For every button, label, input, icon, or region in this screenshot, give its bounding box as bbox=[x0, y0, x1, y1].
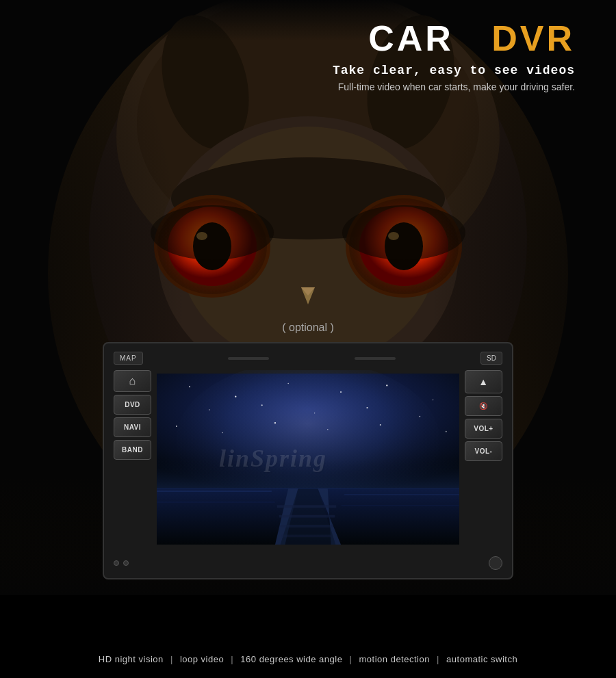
vol-minus-button[interactable]: VOL- bbox=[465, 441, 502, 461]
navi-button[interactable]: NAVI bbox=[114, 417, 151, 437]
svg-point-36 bbox=[189, 386, 190, 387]
eject-button[interactable]: ▲ bbox=[465, 370, 502, 393]
svg-rect-59 bbox=[277, 505, 336, 508]
sep-2: | bbox=[231, 654, 233, 664]
device-body: ⌂ DVD NAVI BAND bbox=[114, 370, 502, 551]
svg-rect-60 bbox=[279, 515, 335, 518]
svg-point-43 bbox=[261, 404, 263, 406]
sep-1: | bbox=[170, 654, 173, 664]
mute-button[interactable]: 🔇 bbox=[465, 396, 502, 416]
feature-hd: HD night vision bbox=[99, 654, 164, 664]
sep-3: | bbox=[350, 654, 352, 664]
svg-point-42 bbox=[209, 409, 210, 410]
feature-angle: 160 degrees wide angle bbox=[240, 654, 342, 664]
svg-rect-61 bbox=[281, 525, 333, 527]
feature-motion: motion detection bbox=[359, 654, 430, 664]
svg-point-46 bbox=[419, 416, 420, 417]
device-screen: linSpring bbox=[157, 370, 459, 551]
svg-point-41 bbox=[433, 400, 434, 401]
svg-point-49 bbox=[274, 422, 276, 423]
title-car: CAR bbox=[368, 18, 454, 58]
svg-rect-64 bbox=[344, 494, 459, 495]
vol-plus-button[interactable]: VOL+ bbox=[465, 419, 502, 439]
svg-point-47 bbox=[176, 426, 177, 427]
title-line: CAR DVR bbox=[0, 19, 575, 58]
device-top-bar: MAP SD bbox=[114, 352, 502, 365]
dots-left bbox=[114, 560, 129, 566]
top-indicator-2 bbox=[355, 357, 396, 360]
svg-rect-62 bbox=[282, 535, 331, 538]
dvd-button[interactable]: DVD bbox=[114, 395, 151, 415]
optional-label: ( optional ) bbox=[0, 322, 616, 334]
svg-point-40 bbox=[386, 384, 387, 386]
feature-auto: automatic switch bbox=[446, 654, 517, 664]
svg-point-38 bbox=[287, 383, 289, 384]
svg-rect-66 bbox=[341, 505, 459, 506]
svg-point-50 bbox=[327, 429, 328, 430]
device-bottom bbox=[114, 556, 502, 570]
title-dvr: DVR bbox=[491, 18, 575, 58]
svg-point-51 bbox=[380, 424, 381, 426]
device-section: MAP SD ⌂ DVD NAVI BAND bbox=[103, 342, 513, 579]
dot-1 bbox=[114, 560, 119, 566]
feature-loop: loop video bbox=[180, 654, 224, 664]
svg-rect-63 bbox=[157, 491, 272, 492]
home-button[interactable]: ⌂ bbox=[114, 370, 151, 392]
subtitle: Take clear, easy to see videos bbox=[0, 64, 575, 77]
svg-point-45 bbox=[366, 407, 368, 408]
svg-point-44 bbox=[314, 413, 315, 413]
features-bar: HD night vision | loop video | 160 degre… bbox=[0, 654, 616, 664]
left-buttons: ⌂ DVD NAVI BAND bbox=[114, 370, 151, 551]
svg-point-39 bbox=[340, 391, 342, 393]
svg-rect-65 bbox=[157, 501, 275, 502]
header-section: CAR DVR Take clear, easy to see videos F… bbox=[0, 0, 616, 92]
band-button[interactable]: BAND bbox=[114, 440, 151, 460]
description: Full-time video when car starts, make yo… bbox=[0, 81, 575, 92]
sd-slot: SD bbox=[480, 352, 502, 365]
svg-rect-53 bbox=[157, 459, 459, 492]
dot-2 bbox=[123, 560, 129, 566]
svg-point-37 bbox=[235, 396, 236, 397]
sep-4: | bbox=[437, 654, 439, 664]
svg-point-52 bbox=[446, 431, 447, 432]
right-buttons: ▲ 🔇 VOL+ VOL- bbox=[465, 370, 502, 551]
svg-point-48 bbox=[222, 432, 223, 434]
top-indicator bbox=[228, 357, 269, 360]
map-button[interactable]: MAP bbox=[114, 352, 143, 365]
speaker bbox=[489, 556, 502, 570]
device-unit: MAP SD ⌂ DVD NAVI BAND bbox=[103, 342, 513, 579]
